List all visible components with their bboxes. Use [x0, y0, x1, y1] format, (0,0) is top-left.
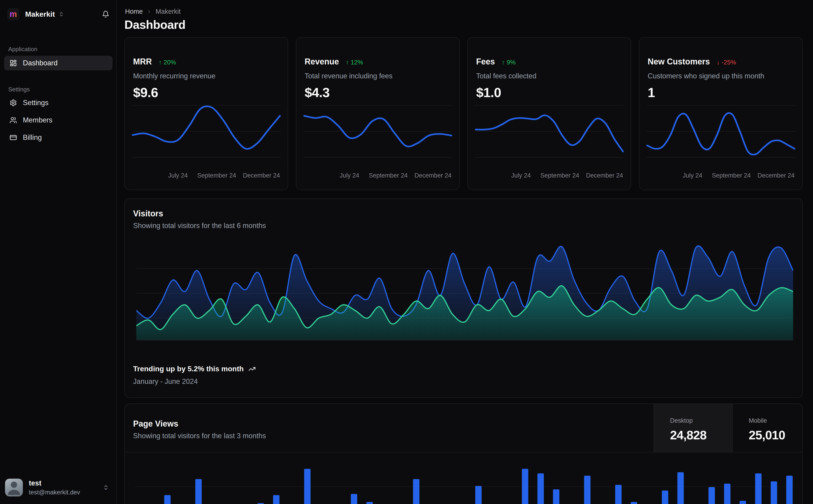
visitors-period: January - June 2024: [133, 377, 198, 386]
user-name: test: [29, 479, 80, 487]
trend-badge: ↑20%: [159, 59, 176, 66]
sidebar-item-members[interactable]: Members: [4, 113, 112, 127]
breadcrumb-home[interactable]: Home: [125, 8, 143, 15]
page-views-bar-chart: [133, 456, 795, 504]
sparkline-axis-labels: July 24 September 24 December 24: [475, 172, 624, 180]
toggle-desktop[interactable]: Desktop 24,828: [654, 404, 732, 452]
axis-label: July 24: [340, 172, 359, 179]
bar: [475, 486, 482, 504]
user-menu[interactable]: test test@makerkit.dev: [5, 477, 111, 498]
bar-chart-gridline: [133, 486, 795, 487]
sidebar-item-label: Settings: [23, 99, 48, 107]
stat-card-subtitle: Monthly recurring revenue: [133, 72, 216, 80]
axis-label: December 24: [243, 172, 280, 179]
toggle-value: 24,828: [670, 428, 732, 442]
visitors-card: Visitors Showing total visitors for the …: [124, 198, 803, 398]
bar: [662, 491, 668, 504]
bar: [351, 494, 357, 504]
stat-card-title: MRR: [133, 57, 152, 66]
brand-logo-letter: m: [10, 10, 17, 18]
bar: [413, 479, 419, 504]
stat-card-subtitle: Total fees collected: [476, 72, 536, 80]
trend-badge: ↓-25%: [717, 59, 736, 66]
sparkline-chart: [646, 102, 795, 166]
sidebar-item-label: Billing: [23, 133, 42, 142]
stat-card-fees: Fees ↑9% Total fees collected $1.0 July …: [467, 37, 631, 190]
stat-card-new-customers: New Customers ↓-25% Customers who signed…: [639, 37, 803, 190]
sparkline-chart: [132, 102, 281, 166]
page-views-subtitle: Showing total visitors for the last 3 mo…: [133, 432, 266, 440]
bar: [786, 476, 793, 504]
axis-label: September 24: [369, 172, 408, 179]
bar: [522, 469, 528, 504]
bar: [740, 501, 746, 504]
arrow-up-icon: ↑: [159, 59, 162, 66]
stat-card-title: Fees: [476, 57, 495, 66]
toggle-value: 25,010: [749, 428, 803, 442]
bar: [771, 481, 777, 504]
sidebar-section-settings: Settings: [8, 86, 30, 93]
bar: [709, 487, 715, 504]
bar: [724, 484, 731, 504]
toggle-label: Mobile: [749, 417, 803, 424]
visitors-area-chart: [136, 240, 793, 343]
workspace-switcher[interactable]: m Makerkit: [7, 7, 109, 21]
axis-label: September 24: [712, 172, 751, 179]
bar: [164, 495, 170, 504]
brand-name: Makerkit: [25, 10, 55, 19]
axis-label: September 24: [540, 172, 579, 179]
chevron-right-icon: [146, 9, 152, 14]
stat-card-title: New Customers: [648, 57, 710, 66]
visitors-trend-text: Trending up by 5.2% this month: [133, 365, 244, 373]
chevrons-up-down-icon: [103, 485, 109, 491]
breadcrumb: Home Makerkit: [125, 8, 181, 15]
layout-dashboard-icon: [10, 59, 17, 67]
bar: [631, 502, 637, 504]
page-views-title: Page Views: [133, 419, 178, 429]
page-title: Dashboard: [124, 18, 185, 32]
stat-card-header: MRR ↑20%: [133, 57, 176, 66]
brand-logo: m: [7, 8, 19, 20]
stat-card-value: 1: [648, 85, 655, 100]
axis-label: December 24: [757, 172, 794, 179]
bar: [584, 476, 590, 504]
visitors-title: Visitors: [133, 209, 163, 218]
bar: [677, 472, 684, 504]
sidebar: m Makerkit Application Dashboard Setting…: [0, 0, 117, 504]
sparkline-chart: [303, 102, 452, 166]
trend-badge: ↑12%: [346, 59, 363, 66]
toggle-label: Desktop: [670, 417, 732, 424]
axis-label: December 24: [586, 172, 623, 179]
stat-card-value: $1.0: [476, 85, 501, 100]
axis-label: September 24: [197, 172, 236, 179]
avatar: [5, 479, 23, 496]
stat-card-header: Revenue ↑12%: [305, 57, 363, 66]
chevrons-up-down-icon: [58, 11, 64, 17]
bar: [366, 502, 373, 504]
bar: [258, 503, 264, 504]
visitors-subtitle: Showing total visitors for the last 6 mo…: [133, 222, 266, 230]
sidebar-item-settings[interactable]: Settings: [4, 95, 112, 110]
users-icon: [10, 117, 17, 124]
stat-card-header: Fees ↑9%: [476, 57, 516, 66]
user-meta: test test@makerkit.dev: [29, 479, 80, 496]
stat-card-value: $4.3: [305, 85, 330, 100]
sidebar-item-billing[interactable]: Billing: [4, 130, 112, 145]
sidebar-item-dashboard[interactable]: Dashboard: [4, 56, 112, 70]
credit-card-icon: [10, 134, 17, 141]
bar: [273, 495, 280, 504]
bar: [537, 473, 544, 504]
stat-card-header: New Customers ↓-25%: [648, 57, 736, 66]
sparkline-axis-labels: July 24 September 24 December 24: [646, 172, 795, 180]
bar: [195, 479, 202, 504]
stat-card-title: Revenue: [305, 57, 339, 66]
page-views-header-divider: [125, 452, 802, 452]
gear-icon: [10, 99, 17, 106]
bar: [304, 469, 311, 504]
toggle-mobile[interactable]: Mobile 25,010: [732, 404, 803, 452]
axis-label: July 24: [511, 172, 531, 179]
user-email: test@makerkit.dev: [29, 489, 80, 496]
stat-card-subtitle: Total revenue including fees: [305, 72, 392, 80]
bell-icon[interactable]: [102, 11, 109, 18]
breadcrumb-current[interactable]: Makerkit: [155, 8, 181, 15]
